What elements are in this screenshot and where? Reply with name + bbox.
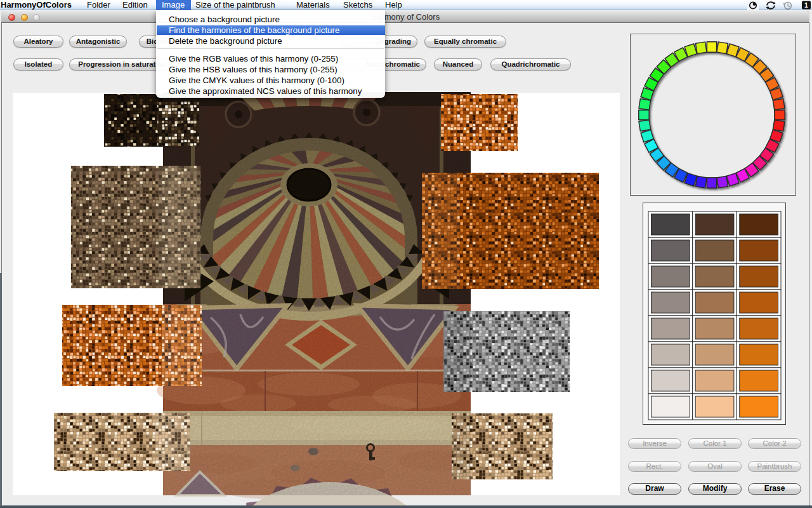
svg-text:1: 1 <box>804 1 808 9</box>
